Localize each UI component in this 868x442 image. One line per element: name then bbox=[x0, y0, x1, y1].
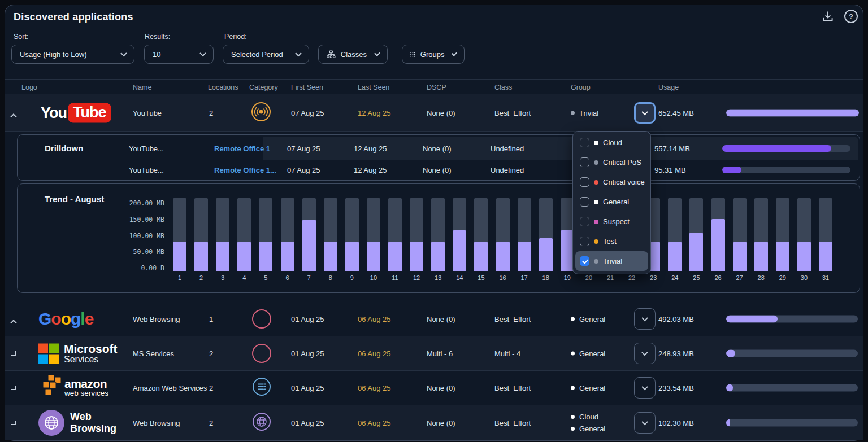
x-axis-tick: 4 bbox=[233, 274, 255, 281]
column-header-class: Class bbox=[494, 84, 512, 91]
checkbox[interactable] bbox=[580, 138, 589, 147]
menu-item-general[interactable]: General bbox=[573, 192, 650, 212]
menu-item-cloud[interactable]: Cloud bbox=[573, 133, 650, 152]
groups-grid-icon bbox=[410, 50, 415, 59]
amazon-logo: amazon web services bbox=[38, 374, 108, 402]
first-seen-date: 01 Aug 25 bbox=[291, 384, 324, 392]
chart-bar bbox=[453, 198, 466, 271]
period-select[interactable]: Selected Period bbox=[223, 45, 309, 64]
sort-select-value: Usage (High to Low) bbox=[20, 50, 87, 59]
last-seen-date: 06 Aug 25 bbox=[358, 418, 391, 427]
first-seen-date: 07 Aug 25 bbox=[291, 108, 324, 117]
collapse-chevron-icon[interactable] bbox=[10, 320, 16, 326]
x-axis-tick: 15 bbox=[470, 274, 492, 281]
x-axis-tick: 19 bbox=[556, 274, 579, 281]
groups-button-label: Groups bbox=[420, 50, 445, 59]
chevron-down-icon bbox=[641, 315, 648, 321]
globe-badge bbox=[38, 410, 64, 436]
menu-item-test[interactable]: Test bbox=[573, 231, 650, 251]
group-dot bbox=[594, 180, 598, 185]
x-axis-tick: 30 bbox=[793, 274, 815, 281]
group-dropdown-button[interactable] bbox=[634, 308, 656, 330]
drilldown-row: YouTube... Remote Office 1 07 Aug 25 12 … bbox=[18, 137, 860, 160]
column-header-logo: Logo bbox=[21, 84, 37, 91]
x-axis-tick: 27 bbox=[728, 274, 751, 281]
chart-y-axis: 200.00 MB150.00 MB100.00 MB50.00 MB0.00 … bbox=[97, 184, 164, 294]
chevron-down-icon bbox=[641, 349, 648, 356]
menu-item-trivial[interactable]: Trivial bbox=[575, 251, 648, 271]
group-dropdown-button[interactable] bbox=[634, 412, 656, 434]
group-dot bbox=[594, 239, 598, 244]
help-button[interactable]: ? bbox=[844, 10, 858, 23]
x-axis-tick: 25 bbox=[685, 274, 708, 281]
download-button[interactable] bbox=[821, 10, 835, 27]
youtube-logo-text: You bbox=[41, 104, 67, 121]
checkbox[interactable] bbox=[580, 217, 589, 226]
first-seen-date: 01 Aug 25 bbox=[291, 349, 324, 358]
checkbox[interactable] bbox=[580, 157, 589, 167]
expand-chevron-icon[interactable] bbox=[11, 386, 16, 390]
x-axis-tick: 18 bbox=[535, 274, 557, 281]
drilldown-panel: Drilldown YouTube... Remote Office 1 07 … bbox=[17, 134, 860, 181]
results-select[interactable]: 10 bbox=[144, 45, 214, 64]
groups-button[interactable]: Groups bbox=[402, 45, 465, 64]
checkbox[interactable] bbox=[580, 177, 589, 187]
locations-count: 2 bbox=[209, 418, 213, 427]
chevron-down-icon bbox=[199, 50, 206, 56]
group-value: General bbox=[571, 384, 605, 392]
x-axis-tick: 9 bbox=[341, 274, 363, 281]
last-seen-date: 06 Aug 25 bbox=[358, 315, 391, 323]
group-dropdown-button[interactable] bbox=[634, 377, 656, 399]
chart-bar bbox=[711, 198, 725, 271]
usage-value: 557.14 MB bbox=[654, 144, 690, 152]
dscp-value: Multi - 6 bbox=[427, 349, 453, 358]
chart-bar bbox=[518, 198, 531, 271]
usage-bar bbox=[726, 316, 858, 323]
expand-chevron-icon[interactable] bbox=[11, 351, 16, 356]
x-axis-tick: 13 bbox=[427, 274, 449, 281]
usage-bar bbox=[726, 350, 858, 357]
chart-bar bbox=[388, 198, 402, 271]
microsoft-logo-subtext: Services bbox=[64, 355, 118, 365]
x-axis-tick: 29 bbox=[771, 274, 794, 281]
expand-chevron-icon[interactable] bbox=[11, 421, 16, 425]
last-seen-date: 12 Aug 25 bbox=[354, 166, 387, 174]
collapse-chevron-icon[interactable] bbox=[10, 113, 16, 120]
group-dropdown-button[interactable] bbox=[634, 343, 656, 364]
drilldown-location-link[interactable]: Remote Office 1 bbox=[214, 144, 270, 152]
last-seen-date: 06 Aug 25 bbox=[358, 384, 391, 392]
chart-bar bbox=[689, 198, 703, 271]
web-browsing-logo-text: Web Browsing bbox=[70, 411, 120, 435]
classes-hierarchy-icon bbox=[327, 50, 336, 59]
drilldown-location-link[interactable]: Remote Office 1... bbox=[214, 166, 276, 174]
checkbox[interactable] bbox=[580, 197, 589, 207]
menu-item-suspect[interactable]: Suspect bbox=[573, 212, 650, 231]
menu-item-critical-voice[interactable]: Critical voice bbox=[573, 172, 650, 192]
table-row-microsoft: Microsoft Services MS Services 2 01 Aug … bbox=[5, 336, 863, 371]
x-axis-tick: 8 bbox=[319, 274, 342, 281]
group-dot bbox=[571, 317, 575, 321]
chart-bar bbox=[345, 198, 359, 271]
checkbox-checked[interactable] bbox=[580, 256, 589, 266]
chart-bar bbox=[281, 198, 294, 271]
class-value: Undefined bbox=[491, 144, 524, 152]
class-value: Best_Effort bbox=[494, 384, 531, 392]
chart-bars bbox=[173, 198, 848, 271]
chevron-down-icon bbox=[120, 50, 127, 56]
checkbox[interactable] bbox=[580, 237, 589, 246]
group-dropdown-button[interactable] bbox=[634, 102, 656, 124]
first-seen-date: 07 Aug 25 bbox=[287, 144, 320, 152]
menu-item-critical-pos[interactable]: Critical PoS bbox=[573, 152, 650, 172]
app-name: YouTube bbox=[133, 108, 162, 117]
sort-label: Sort: bbox=[14, 33, 28, 41]
x-axis-tick: 10 bbox=[362, 274, 385, 281]
sort-select[interactable]: Usage (High to Low) bbox=[11, 45, 134, 64]
classes-button-label: Classes bbox=[341, 50, 367, 59]
usage-value: 652.45 MB bbox=[658, 108, 694, 117]
amazon-boxes-icon bbox=[38, 374, 67, 402]
dscp-value: None (0) bbox=[427, 384, 455, 392]
column-header-group: Group bbox=[571, 84, 591, 91]
usage-value: 233.54 MB bbox=[658, 384, 694, 392]
dscp-value: None (0) bbox=[427, 315, 455, 323]
classes-button[interactable]: Classes bbox=[318, 45, 388, 64]
